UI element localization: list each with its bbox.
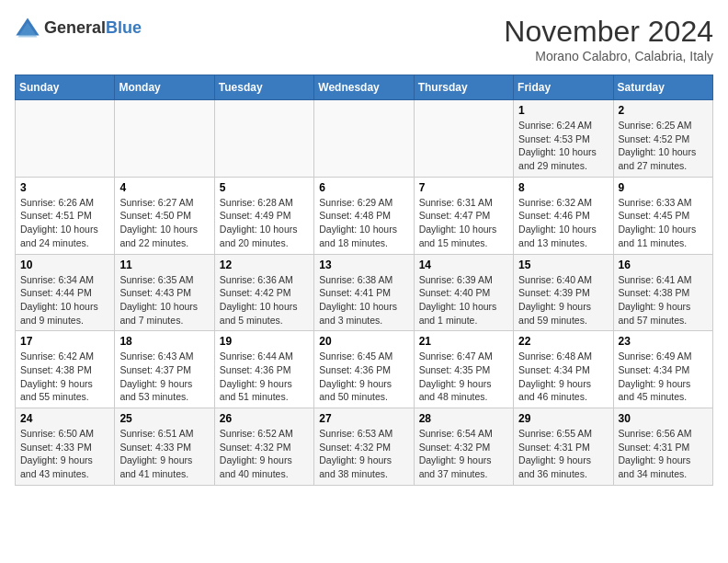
day-detail-line: Sunset: 4:44 PM bbox=[20, 286, 109, 300]
day-number: 24 bbox=[20, 412, 109, 425]
day-detail-line: Daylight: 9 hours and 51 minutes. bbox=[220, 377, 309, 404]
calendar-cell: 13Sunrise: 6:38 AMSunset: 4:41 PMDayligh… bbox=[314, 254, 414, 331]
day-number: 29 bbox=[518, 412, 608, 425]
day-number: 30 bbox=[619, 412, 708, 425]
day-detail-line: Daylight: 9 hours and 41 minutes. bbox=[119, 454, 209, 480]
weekday-header-thursday: Thursday bbox=[414, 75, 513, 100]
calendar-cell: 15Sunrise: 6:40 AMSunset: 4:39 PMDayligh… bbox=[514, 254, 613, 331]
day-detail-line: Sunrise: 6:53 AM bbox=[319, 427, 408, 441]
day-number: 6 bbox=[319, 181, 408, 194]
day-detail-line: Sunset: 4:42 PM bbox=[220, 286, 309, 300]
day-detail-line: Sunset: 4:37 PM bbox=[119, 363, 209, 377]
day-detail-line: Sunset: 4:31 PM bbox=[518, 441, 608, 454]
day-number: 23 bbox=[619, 335, 708, 348]
calendar-cell: 28Sunrise: 6:54 AMSunset: 4:32 PMDayligh… bbox=[414, 408, 513, 486]
day-detail-line: Daylight: 10 hours and 18 minutes. bbox=[319, 223, 408, 249]
day-detail: Sunrise: 6:45 AMSunset: 4:36 PMDaylight:… bbox=[319, 350, 408, 404]
day-detail-line: Sunset: 4:46 PM bbox=[518, 209, 608, 223]
day-detail: Sunrise: 6:51 AMSunset: 4:33 PMDaylight:… bbox=[119, 427, 209, 481]
day-number: 2 bbox=[619, 104, 708, 117]
day-detail-line: Daylight: 9 hours and 34 minutes. bbox=[619, 454, 708, 480]
calendar-week-row: 24Sunrise: 6:50 AMSunset: 4:33 PMDayligh… bbox=[16, 408, 713, 486]
calendar-cell: 30Sunrise: 6:56 AMSunset: 4:31 PMDayligh… bbox=[613, 408, 712, 486]
day-detail-line: Sunset: 4:40 PM bbox=[419, 286, 508, 300]
weekday-header-saturday: Saturday bbox=[613, 75, 712, 100]
calendar-cell: 14Sunrise: 6:39 AMSunset: 4:40 PMDayligh… bbox=[414, 254, 513, 331]
day-detail-line: Sunrise: 6:31 AM bbox=[419, 196, 508, 210]
logo-text-blue: Blue bbox=[106, 18, 142, 37]
day-detail-line: Daylight: 9 hours and 38 minutes. bbox=[319, 454, 408, 480]
title-block: November 2024 Morano Calabro, Calabria, … bbox=[504, 15, 713, 63]
day-number: 22 bbox=[518, 335, 608, 348]
day-detail-line: Sunrise: 6:44 AM bbox=[220, 350, 309, 363]
day-number: 8 bbox=[518, 181, 608, 194]
calendar-cell bbox=[16, 100, 115, 178]
day-detail-line: Sunset: 4:52 PM bbox=[619, 132, 708, 146]
day-detail-line: Sunset: 4:36 PM bbox=[220, 363, 309, 377]
day-detail-line: Sunset: 4:35 PM bbox=[419, 363, 508, 377]
day-detail-line: Daylight: 10 hours and 13 minutes. bbox=[518, 223, 608, 249]
day-detail-line: Sunrise: 6:42 AM bbox=[20, 350, 109, 363]
day-number: 19 bbox=[220, 335, 309, 348]
day-detail: Sunrise: 6:56 AMSunset: 4:31 PMDaylight:… bbox=[619, 427, 708, 481]
day-detail-line: Daylight: 10 hours and 7 minutes. bbox=[119, 300, 209, 327]
day-detail-line: Sunset: 4:47 PM bbox=[419, 209, 508, 223]
calendar-cell: 7Sunrise: 6:31 AMSunset: 4:47 PMDaylight… bbox=[414, 177, 513, 254]
calendar-cell: 23Sunrise: 6:49 AMSunset: 4:34 PMDayligh… bbox=[613, 331, 712, 408]
day-detail-line: Sunset: 4:34 PM bbox=[619, 363, 708, 377]
day-detail-line: Daylight: 10 hours and 1 minute. bbox=[419, 300, 508, 327]
calendar-week-row: 3Sunrise: 6:26 AMSunset: 4:51 PMDaylight… bbox=[16, 177, 713, 254]
calendar-cell: 3Sunrise: 6:26 AMSunset: 4:51 PMDaylight… bbox=[16, 177, 115, 254]
day-detail-line: Daylight: 10 hours and 29 minutes. bbox=[518, 145, 608, 172]
day-detail-line: Daylight: 9 hours and 53 minutes. bbox=[119, 377, 209, 404]
day-detail-line: Sunrise: 6:24 AM bbox=[518, 119, 608, 132]
calendar-cell: 1Sunrise: 6:24 AMSunset: 4:53 PMDaylight… bbox=[514, 100, 613, 178]
day-detail-line: Sunset: 4:50 PM bbox=[119, 209, 209, 223]
day-number: 27 bbox=[319, 412, 408, 425]
day-detail-line: Daylight: 10 hours and 11 minutes. bbox=[619, 223, 708, 249]
day-detail: Sunrise: 6:50 AMSunset: 4:33 PMDaylight:… bbox=[20, 427, 109, 481]
day-detail-line: Daylight: 9 hours and 57 minutes. bbox=[619, 300, 708, 327]
calendar-week-row: 10Sunrise: 6:34 AMSunset: 4:44 PMDayligh… bbox=[16, 254, 713, 331]
day-number: 15 bbox=[518, 259, 608, 271]
calendar-cell: 19Sunrise: 6:44 AMSunset: 4:36 PMDayligh… bbox=[214, 331, 313, 408]
day-detail-line: Daylight: 10 hours and 9 minutes. bbox=[20, 300, 109, 327]
day-detail-line: Sunrise: 6:43 AM bbox=[119, 350, 209, 363]
day-detail: Sunrise: 6:53 AMSunset: 4:32 PMDaylight:… bbox=[319, 427, 408, 481]
day-detail-line: Sunrise: 6:33 AM bbox=[619, 196, 708, 210]
day-detail-line: Sunset: 4:53 PM bbox=[518, 132, 608, 146]
day-detail: Sunrise: 6:36 AMSunset: 4:42 PMDaylight:… bbox=[220, 273, 309, 327]
day-detail-line: Sunrise: 6:56 AM bbox=[619, 427, 708, 441]
day-number: 17 bbox=[20, 335, 109, 348]
day-detail-line: Sunrise: 6:49 AM bbox=[619, 350, 708, 363]
day-detail: Sunrise: 6:52 AMSunset: 4:32 PMDaylight:… bbox=[220, 427, 309, 481]
day-detail-line: Daylight: 10 hours and 5 minutes. bbox=[220, 300, 309, 327]
day-number: 14 bbox=[419, 259, 508, 271]
location-subtitle: Morano Calabro, Calabria, Italy bbox=[504, 49, 713, 63]
weekday-header-tuesday: Tuesday bbox=[214, 75, 313, 100]
calendar-cell: 12Sunrise: 6:36 AMSunset: 4:42 PMDayligh… bbox=[214, 254, 313, 331]
month-title: November 2024 bbox=[504, 15, 713, 49]
day-number: 18 bbox=[119, 335, 209, 348]
day-detail-line: Sunset: 4:39 PM bbox=[518, 286, 608, 300]
calendar-cell: 27Sunrise: 6:53 AMSunset: 4:32 PMDayligh… bbox=[314, 408, 414, 486]
logo-icon bbox=[15, 15, 40, 40]
day-number: 28 bbox=[419, 412, 508, 425]
calendar-cell: 26Sunrise: 6:52 AMSunset: 4:32 PMDayligh… bbox=[214, 408, 313, 486]
day-detail: Sunrise: 6:31 AMSunset: 4:47 PMDaylight:… bbox=[419, 196, 508, 250]
calendar-cell: 29Sunrise: 6:55 AMSunset: 4:31 PMDayligh… bbox=[514, 408, 613, 486]
day-detail-line: Daylight: 9 hours and 46 minutes. bbox=[518, 377, 608, 404]
day-number: 9 bbox=[619, 181, 708, 194]
day-detail: Sunrise: 6:38 AMSunset: 4:41 PMDaylight:… bbox=[319, 273, 408, 327]
day-detail: Sunrise: 6:33 AMSunset: 4:45 PMDaylight:… bbox=[619, 196, 708, 250]
day-number: 13 bbox=[319, 259, 408, 271]
day-detail-line: Daylight: 9 hours and 45 minutes. bbox=[619, 377, 708, 404]
day-detail-line: Daylight: 10 hours and 3 minutes. bbox=[319, 300, 408, 327]
calendar-cell: 2Sunrise: 6:25 AMSunset: 4:52 PMDaylight… bbox=[613, 100, 712, 178]
day-detail: Sunrise: 6:43 AMSunset: 4:37 PMDaylight:… bbox=[119, 350, 209, 404]
day-detail-line: Sunrise: 6:27 AM bbox=[119, 196, 209, 210]
calendar-cell: 8Sunrise: 6:32 AMSunset: 4:46 PMDaylight… bbox=[514, 177, 613, 254]
day-detail: Sunrise: 6:48 AMSunset: 4:34 PMDaylight:… bbox=[518, 350, 608, 404]
day-number: 16 bbox=[619, 259, 708, 271]
day-detail: Sunrise: 6:47 AMSunset: 4:35 PMDaylight:… bbox=[419, 350, 508, 404]
